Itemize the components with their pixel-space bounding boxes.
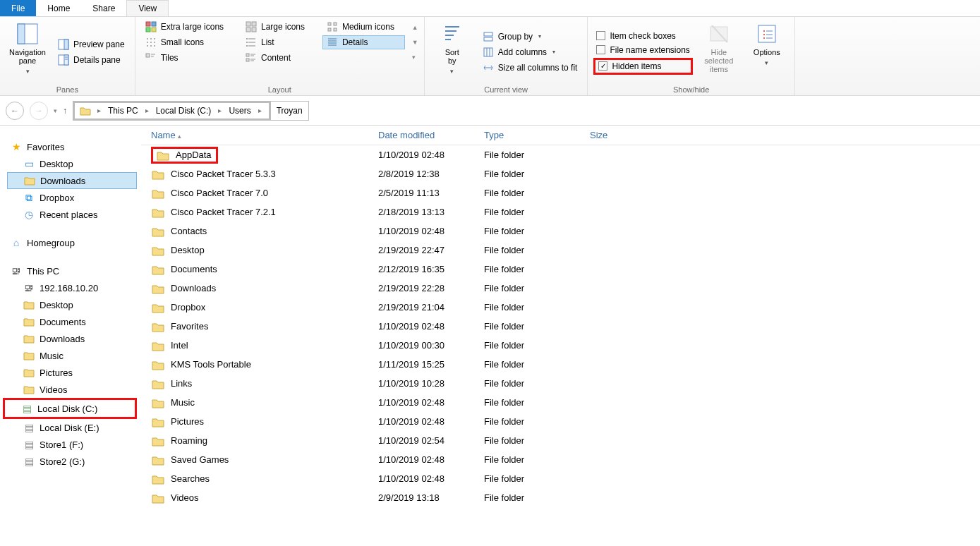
chevron-right-icon[interactable]: ▸ <box>255 107 265 114</box>
file-name-extensions[interactable]: File name extensions <box>593 44 692 56</box>
folder-icon <box>151 301 165 314</box>
options-button[interactable]: Options ▾ <box>745 20 789 84</box>
layout-small[interactable]: Small icons <box>141 35 234 49</box>
folder-icon <box>23 366 35 379</box>
sidebar-drive-e[interactable]: ▤Local Disk (E:) <box>7 419 137 436</box>
layout-details[interactable]: Details <box>322 35 405 49</box>
sidebar-documents[interactable]: Documents <box>7 313 137 330</box>
table-row[interactable]: Dropbox2/19/2019 21:04File folder <box>141 298 980 317</box>
svg-rect-12 <box>246 22 250 26</box>
file-name: Documents <box>171 264 217 274</box>
file-type: File folder <box>484 188 590 198</box>
svg-point-33 <box>246 42 248 43</box>
item-check-boxes[interactable]: Item check boxes <box>593 30 692 42</box>
col-date[interactable]: Date modified <box>378 130 484 140</box>
file-name: Music <box>171 397 195 408</box>
layout-medium[interactable]: Medium icons <box>322 20 405 34</box>
layout-large[interactable]: Large icons <box>241 20 315 34</box>
tab-home[interactable]: Home <box>36 0 81 16</box>
table-row[interactable]: AppData1/10/2019 02:48File folder <box>141 145 980 164</box>
file-date: 1/10/2019 02:48 <box>378 150 484 160</box>
table-row[interactable]: Favorites1/10/2019 02:48File folder <box>141 317 980 336</box>
chevron-right-icon[interactable]: ▸ <box>215 107 224 114</box>
table-row[interactable]: Intel1/10/2019 00:30File folder <box>141 336 980 355</box>
tab-share[interactable]: Share <box>81 0 126 16</box>
file-date: 2/18/2019 13:13 <box>378 207 484 217</box>
col-type[interactable]: Type <box>484 130 590 140</box>
chevron-down-icon[interactable]: ▾ <box>54 107 57 114</box>
file-date: 1/10/2019 02:48 <box>378 397 484 408</box>
table-row[interactable]: Saved Games1/10/2019 02:48File folder <box>141 450 980 469</box>
sidebar-homegroup[interactable]: ⌂Homegroup <box>7 234 137 251</box>
svg-rect-39 <box>146 54 150 57</box>
table-row[interactable]: Searches1/10/2019 02:48File folder <box>141 469 980 488</box>
sort-by-button[interactable]: Sort by ▾ <box>430 20 474 84</box>
crumb-thispc[interactable]: This PC <box>107 106 140 116</box>
table-row[interactable]: Videos2/9/2019 13:18File folder <box>141 488 980 507</box>
sidebar-drive-c[interactable]: ▤Local Disk (C:) <box>9 400 135 417</box>
hidden-items[interactable]: ✓Hidden items <box>595 60 690 73</box>
sidebar-downloads2[interactable]: Downloads <box>7 330 137 347</box>
tab-view[interactable]: View <box>126 0 169 16</box>
chevron-right-icon[interactable]: ▸ <box>143 107 152 114</box>
up-button[interactable]: ↑ <box>63 106 67 116</box>
group-label-current: Current view <box>430 84 582 94</box>
scroll-down-icon[interactable]: ▼ <box>412 39 418 46</box>
back-button[interactable]: ← <box>6 102 24 120</box>
table-row[interactable]: Documents2/12/2019 16:35File folder <box>141 260 980 279</box>
sidebar-desktop[interactable]: ▭Desktop <box>7 155 137 172</box>
crumb-user[interactable]: Troyan <box>275 106 304 116</box>
hide-selected-label: Hide selected items <box>697 48 741 73</box>
sidebar-pictures[interactable]: Pictures <box>7 364 137 381</box>
hide-selected-button[interactable]: Hide selected items <box>697 20 741 84</box>
col-size[interactable]: Size <box>590 130 674 140</box>
layout-extra-large[interactable]: Extra large icons <box>141 20 234 34</box>
sidebar-desktop2[interactable]: Desktop <box>7 296 137 313</box>
chevron-right-icon[interactable]: ▸ <box>95 107 104 114</box>
table-row[interactable]: Contacts1/10/2019 02:48File folder <box>141 222 980 241</box>
col-name[interactable]: Name ▴ <box>151 130 378 140</box>
table-row[interactable]: Links1/10/2019 10:28File folder <box>141 374 980 393</box>
table-row[interactable]: Cisco Packet Tracer 7.2.12/18/2019 13:13… <box>141 202 980 222</box>
preview-pane-button[interactable]: Preview pane <box>54 37 129 51</box>
table-row[interactable]: Music1/10/2019 02:48File folder <box>141 393 980 412</box>
navigation-pane-button[interactable]: Navigation pane ▾ <box>6 20 49 84</box>
table-row[interactable]: KMS Tools Portable1/11/2019 15:25File fo… <box>141 355 980 374</box>
table-row[interactable]: Cisco Packet Tracer 5.3.32/8/2019 12:38F… <box>141 164 980 183</box>
size-columns-button[interactable]: Size all columns to fit <box>478 61 582 75</box>
table-row[interactable]: Desktop2/19/2019 22:47File folder <box>141 241 980 260</box>
sidebar-drive-g[interactable]: ▤Store2 (G:) <box>7 453 137 470</box>
crumb-users[interactable]: Users <box>227 106 252 116</box>
sidebar-nas[interactable]: 🖳192.168.10.20 <box>7 279 137 296</box>
add-columns-button[interactable]: Add columns▾ <box>478 45 582 59</box>
file-name: Favorites <box>171 321 208 332</box>
table-row[interactable]: Cisco Packet Tracer 7.02/5/2019 11:13Fil… <box>141 183 980 202</box>
sidebar-videos[interactable]: Videos <box>7 381 137 398</box>
forward-button[interactable]: → <box>30 102 48 120</box>
layout-list[interactable]: List <box>241 35 315 49</box>
crumb-drive[interactable]: Local Disk (C:) <box>155 106 213 116</box>
expand-icon[interactable]: ▾ <box>412 54 418 61</box>
table-row[interactable]: Roaming1/10/2019 02:54File folder <box>141 431 980 450</box>
breadcrumb-tail[interactable]: Troyan <box>271 101 309 121</box>
group-by-button[interactable]: Group by▾ <box>478 30 582 44</box>
sidebar-dropbox[interactable]: ⧉Dropbox <box>7 189 137 206</box>
table-row[interactable]: Downloads2/19/2019 22:28File folder <box>141 279 980 298</box>
sidebar-recent[interactable]: ◷Recent places <box>7 206 137 223</box>
layout-content[interactable]: Content <box>241 51 315 65</box>
table-row[interactable]: Pictures1/10/2019 02:48File folder <box>141 412 980 431</box>
svg-rect-16 <box>328 23 331 25</box>
folder-icon <box>156 149 170 162</box>
scroll-up-icon[interactable]: ▲ <box>412 24 418 31</box>
sidebar-favorites[interactable]: ★Favorites <box>7 138 137 155</box>
details-pane-button[interactable]: Details pane <box>54 53 129 67</box>
sidebar-drive-f[interactable]: ▤Store1 (F:) <box>7 436 137 453</box>
sidebar-downloads[interactable]: Downloads <box>7 172 137 189</box>
svg-rect-11 <box>152 28 156 32</box>
file-date: 1/10/2019 02:48 <box>378 473 484 484</box>
sidebar-music[interactable]: Music <box>7 347 137 364</box>
layout-tiles[interactable]: Tiles <box>141 51 234 65</box>
folder-icon <box>23 174 36 187</box>
sidebar-thispc[interactable]: 🖳This PC <box>7 262 137 279</box>
tab-file[interactable]: File <box>0 0 36 16</box>
